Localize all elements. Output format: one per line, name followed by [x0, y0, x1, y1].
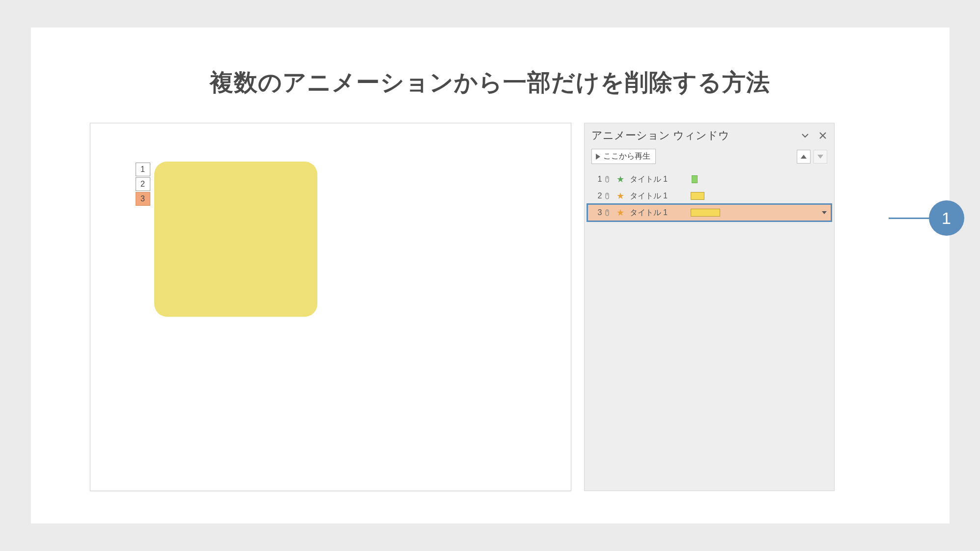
slide-canvas[interactable]: 1 2 3 — [90, 123, 571, 491]
tutorial-slide: 複数のアニメーションから一部だけを削除する方法 1 2 3 アニメーション ウィ… — [31, 28, 950, 523]
collapse-icon[interactable] — [801, 131, 810, 140]
animation-tag-1[interactable]: 1 — [136, 163, 150, 176]
item-label: タイトル 1 — [630, 191, 684, 201]
star-icon: ★ — [615, 174, 626, 185]
mouse-click-icon — [603, 209, 613, 217]
item-dropdown-icon[interactable] — [822, 211, 827, 214]
play-icon — [596, 154, 600, 160]
item-index: 2 — [595, 192, 602, 200]
star-icon: ★ — [615, 191, 626, 201]
workspace: 1 2 3 アニメーション ウィンドウ — [31, 123, 950, 491]
rounded-rectangle-shape[interactable] — [154, 162, 317, 317]
play-from-label: ここから再生 — [603, 151, 650, 162]
timeline-bar[interactable] — [692, 175, 698, 183]
mouse-click-icon — [603, 192, 613, 200]
move-down-button[interactable] — [813, 150, 827, 164]
close-icon[interactable] — [818, 131, 827, 140]
animation-tag-3[interactable]: 3 — [136, 192, 150, 206]
star-icon: ★ — [615, 207, 626, 218]
item-label: タイトル 1 — [630, 174, 684, 185]
callout-badge-1: 1 — [929, 200, 964, 236]
animation-item-2[interactable]: 2★タイトル 1 — [588, 188, 831, 204]
animation-item-3[interactable]: 3★タイトル 1 — [587, 203, 832, 222]
item-label: タイトル 1 — [630, 208, 684, 218]
animation-list: 1★タイトル 12★タイトル 13★タイトル 1 — [585, 169, 834, 224]
pane-header: アニメーション ウィンドウ — [585, 123, 834, 146]
item-index: 1 — [595, 175, 602, 184]
animation-tag-2[interactable]: 2 — [136, 177, 150, 191]
play-from-here-button[interactable]: ここから再生 — [591, 149, 656, 164]
pane-title: アニメーション ウィンドウ — [591, 128, 729, 143]
item-index: 3 — [595, 208, 602, 217]
mouse-click-icon — [603, 175, 613, 183]
animation-pane: アニメーション ウィンドウ ここから再生 — [584, 123, 835, 491]
pane-toolbar: ここから再生 — [585, 146, 834, 169]
animation-tag-stack: 1 2 3 — [136, 163, 150, 206]
timeline-bar[interactable] — [691, 209, 720, 217]
page-title: 複数のアニメーションから一部だけを削除する方法 — [31, 67, 950, 98]
animation-item-1[interactable]: 1★タイトル 1 — [588, 171, 831, 188]
callout-connector — [889, 218, 930, 219]
timeline-bar[interactable] — [691, 192, 704, 200]
move-up-button[interactable] — [797, 150, 811, 164]
